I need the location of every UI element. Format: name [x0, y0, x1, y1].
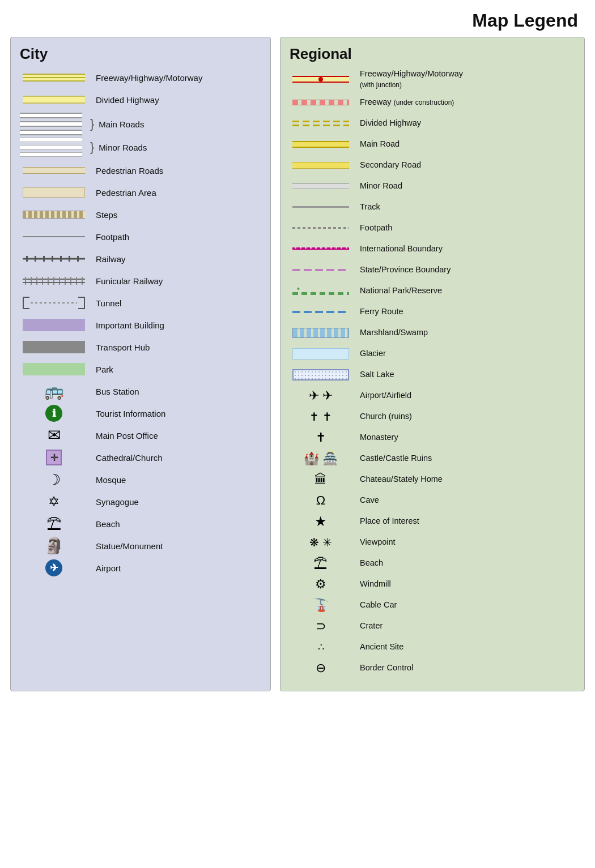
- list-item: Pedestrian Area: [20, 183, 261, 202]
- reg-cave-label: Cave: [360, 495, 379, 506]
- mosque-label: Mosque: [96, 475, 126, 485]
- reg-border-control-label: Border Control: [360, 662, 413, 673]
- list-item: Freeway (under construction): [290, 94, 575, 111]
- funicular-label: Funicular Railway: [96, 276, 163, 286]
- list-item: ✛ Cathedral/Church: [20, 448, 261, 467]
- reg-salt-lake-icon: [292, 369, 349, 380]
- reg-nat-park-symbol: •: [290, 285, 352, 297]
- transport-hub-symbol: [20, 341, 88, 353]
- tunnel-dots: [31, 302, 77, 303]
- reg-place-interest-label: Place of Interest: [360, 516, 419, 527]
- reg-salt-lake-symbol: [290, 369, 352, 380]
- funicular-icon: [23, 277, 85, 285]
- list-item: 🚡 Cable Car: [290, 597, 575, 614]
- reg-footpath-label: Footpath: [360, 223, 392, 233]
- tunnel-icon: [23, 297, 85, 309]
- reg-track-symbol: [290, 206, 352, 208]
- list-item: State/Province Boundary: [290, 262, 575, 279]
- list-item: Salt Lake: [290, 366, 575, 383]
- reg-cable-car-label: Cable Car: [360, 600, 397, 610]
- divided-highway-label: Divided Highway: [96, 95, 159, 105]
- main-roads-label: Main Roads: [99, 119, 144, 129]
- footpath-icon: [23, 236, 85, 237]
- legend-columns: City Freeway/Highway/Motorway Divided Hi…: [0, 37, 595, 702]
- transport-hub-icon: [23, 341, 85, 353]
- list-item: 🚌 Bus Station: [20, 382, 261, 400]
- reg-glacier-symbol: [290, 348, 352, 360]
- reg-state-boundary-label: State/Province Boundary: [360, 264, 450, 275]
- synagogue-label: Synagogue: [96, 497, 139, 507]
- synagogue-symbol: ✡: [20, 495, 88, 508]
- reg-beach-symbol: ⛱: [290, 555, 352, 571]
- list-item: Track: [290, 199, 575, 216]
- tunnel-bracket-left: [23, 297, 29, 309]
- reg-secondary-label: Secondary Road: [360, 160, 421, 170]
- ped-area-symbol: [20, 187, 88, 198]
- list-item: Freeway/Highway/Motorway: [20, 69, 261, 87]
- reg-ferry-icon: [292, 311, 349, 313]
- list-item: Divided Highway: [20, 91, 261, 109]
- main-roads-symbol: [20, 113, 82, 135]
- bus-station-icon: 🚌: [44, 383, 64, 399]
- reg-viewpoint-symbol: ❋ ✳: [290, 536, 352, 549]
- ped-area-label: Pedestrian Area: [96, 188, 156, 198]
- reg-cave-icon: Ω: [316, 493, 325, 508]
- reg-place-interest-icon: ★: [314, 514, 327, 529]
- beach-symbol: ⛱: [20, 516, 88, 531]
- reg-airport-icon: ✈ ✈: [309, 388, 333, 403]
- minor-roads-label: Minor Roads: [99, 143, 147, 152]
- tunnel-bracket-right: [78, 297, 85, 309]
- statue-symbol: 🗿: [20, 538, 88, 554]
- reg-salt-lake-label: Salt Lake: [360, 369, 394, 380]
- list-item: ✈ ✈ Airport/Airfield: [290, 387, 575, 404]
- reg-divided-symbol: [290, 120, 352, 127]
- reg-castle-symbol: 🏰 🏯: [290, 451, 352, 466]
- regional-panel: Regional Freeway/Highway/Motorway(with j…: [280, 37, 585, 691]
- divided-highway-icon: [23, 96, 85, 104]
- reg-castle-icon: 🏰 🏯: [304, 451, 338, 466]
- transport-hub-label: Transport Hub: [96, 343, 150, 352]
- reg-cable-car-symbol: 🚡: [290, 598, 352, 613]
- reg-freeway-symbol: [290, 76, 352, 83]
- reg-nat-park-label: National Park/Reserve: [360, 285, 442, 296]
- list-item: • National Park/Reserve: [290, 283, 575, 300]
- reg-church-label: Church (ruins): [360, 411, 412, 422]
- reg-castle-label: Castle/Castle Ruins: [360, 453, 432, 464]
- freeway-symbol: [20, 74, 88, 82]
- park-symbol: [20, 363, 88, 375]
- cathedral-icon: ✛: [46, 450, 62, 465]
- city-panel: City Freeway/Highway/Motorway Divided Hi…: [10, 37, 271, 691]
- reg-main-road-icon: [292, 141, 349, 148]
- railway-label: Railway: [96, 254, 126, 264]
- reg-chateau-icon: 🏛: [314, 472, 327, 487]
- reg-border-control-icon: ⊖: [316, 661, 326, 675]
- footpath-label: Footpath: [96, 232, 129, 242]
- reg-minor-icon: [292, 183, 349, 189]
- freeway-label: Freeway/Highway/Motorway: [96, 73, 202, 83]
- reg-monastery-symbol: ✝: [290, 430, 352, 445]
- statue-icon: 🗿: [44, 538, 64, 554]
- list-item: Ferry Route: [290, 303, 575, 320]
- ped-roads-icon: [23, 167, 85, 174]
- list-item: Park: [20, 360, 261, 378]
- tourist-info-symbol: ℹ: [20, 405, 88, 422]
- list-item: } Minor Roads: [20, 138, 261, 157]
- tunnel-label: Tunnel: [96, 298, 121, 308]
- reg-ancient-site-icon: ∴: [318, 641, 324, 653]
- list-item: Main Road: [290, 136, 575, 153]
- reg-place-interest-symbol: ★: [290, 514, 352, 529]
- mosque-icon: ☽: [48, 472, 61, 487]
- reg-crater-symbol: ⊃: [290, 619, 352, 634]
- airport-symbol: ✈: [20, 559, 88, 576]
- important-building-symbol: [20, 319, 88, 331]
- reg-main-road-symbol: [290, 141, 352, 148]
- reg-marshland-symbol: [290, 328, 352, 338]
- reg-intl-boundary-label: International Boundary: [360, 243, 443, 254]
- park-icon: [23, 363, 85, 375]
- list-item: Tunnel: [20, 294, 261, 312]
- list-item: ★ Place of Interest: [290, 513, 575, 530]
- list-item: ⊃ Crater: [290, 618, 575, 635]
- reg-freeway-label: Freeway/Highway/Motorway(with junction): [360, 69, 463, 90]
- list-item: ✝ Monastery: [290, 429, 575, 446]
- list-item: ⊖ Border Control: [290, 660, 575, 677]
